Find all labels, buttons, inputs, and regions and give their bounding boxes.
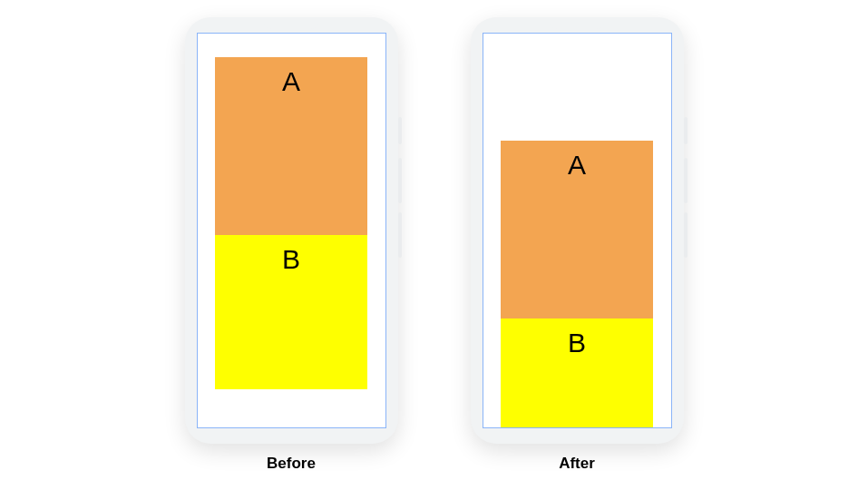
phone-side-button	[398, 117, 402, 144]
element-a: A	[501, 141, 653, 318]
phone-side-button	[398, 158, 402, 203]
caption-before: Before	[267, 455, 316, 473]
phone-side-button	[684, 158, 688, 203]
before-column: A B Before	[185, 17, 398, 473]
element-b: B	[215, 235, 367, 389]
phone-side-button	[684, 117, 688, 144]
caption-after: After	[559, 455, 595, 473]
phone-mockup-after: A B	[471, 17, 684, 444]
screen-after: A B	[483, 33, 672, 428]
element-a: A	[215, 57, 367, 235]
phone-mockup-before: A B	[185, 17, 398, 444]
phone-notch	[264, 22, 318, 29]
phone-side-button	[684, 212, 688, 258]
screen-before: A B	[197, 33, 386, 428]
phone-side-button	[398, 212, 402, 258]
element-b: B	[501, 318, 653, 428]
phone-notch	[550, 22, 604, 29]
after-column: A B After	[471, 17, 684, 473]
